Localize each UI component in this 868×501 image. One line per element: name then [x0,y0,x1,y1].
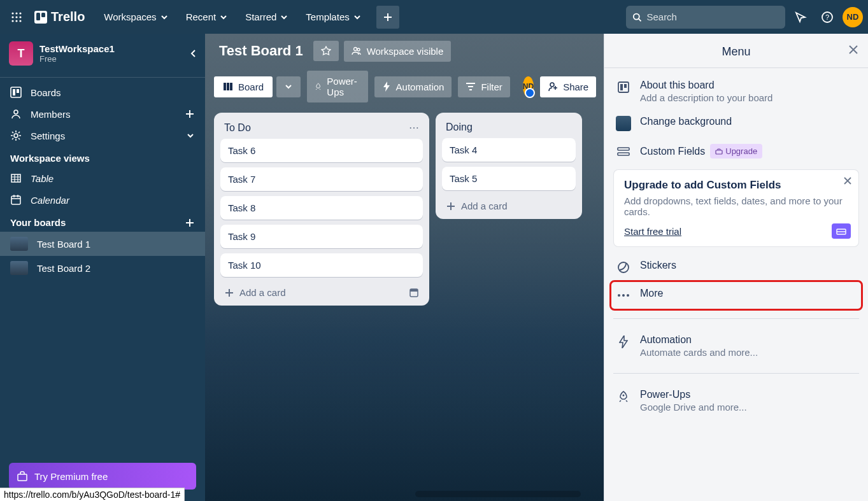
svg-text:?: ? [825,13,829,21]
rocket-icon [315,81,322,92]
card[interactable]: Task 5 [442,167,576,190]
lists-container: To Do ⋯ Task 6 Task 7 Task 8 Task 9 Task… [205,106,604,312]
list-title[interactable]: To Do [224,122,251,134]
menu-about-board[interactable]: About this board Add a description to yo… [611,73,862,109]
svg-rect-27 [230,83,232,90]
list-title[interactable]: Doing [446,122,473,133]
view-board-button[interactable]: Board [214,76,273,97]
settings-caret[interactable] [186,131,195,140]
start-trial-link[interactable]: Start free trial [624,226,681,237]
sidebar-board-1[interactable]: Test Board 1 [0,232,205,256]
try-premium-button[interactable]: Try Premium free [9,463,196,490]
promo-text: Add dropdowns, text fields, dates, and m… [624,195,848,217]
list-doing: Doing Task 4 Task 5 Add a card [436,113,582,219]
notifications-icon[interactable] [789,6,812,29]
workspace-plan: Free [39,54,115,64]
board-view-icon [223,82,233,91]
svg-point-3 [11,16,13,18]
nav-recent[interactable]: Recent [178,6,236,27]
svg-rect-32 [620,84,623,90]
card[interactable]: Task 10 [220,253,423,277]
menu-custom-fields[interactable]: Custom Fields Upgrade [611,138,862,166]
share-button[interactable]: Share [540,76,596,97]
svg-rect-33 [624,84,627,88]
calendar-icon [10,194,22,206]
members-icon [10,108,22,120]
svg-rect-15 [11,87,21,97]
visibility-button[interactable]: Workspace visible [344,41,452,62]
svg-point-5 [19,16,21,18]
card-template-button[interactable] [409,288,419,298]
sidebar-item-table[interactable]: Table [0,167,205,189]
svg-point-7 [15,20,17,22]
sidebar-board-2[interactable]: Test Board 2 [0,256,205,280]
rocket-icon [616,389,631,404]
menu-body: About this board Add a description to yo… [604,68,868,424]
list-menu-button[interactable]: ⋯ [409,122,419,134]
card[interactable]: Task 7 [220,167,423,191]
sidebar-item-boards[interactable]: Boards [0,81,205,103]
svg-point-39 [618,294,620,297]
svg-rect-31 [618,82,629,92]
filter-button[interactable]: Filter [458,76,509,97]
card[interactable]: Task 9 [220,225,423,248]
svg-point-42 [623,395,625,397]
automation-button[interactable]: Automation [374,76,452,97]
board-header-row2: Board Power-Ups Automation Filter N [214,71,595,102]
apps-icon[interactable] [5,6,28,29]
view-dropdown-button[interactable] [276,76,301,97]
sidebar-item-members[interactable]: Members [0,103,205,125]
add-user-icon [548,81,558,92]
add-member-button[interactable] [185,109,195,119]
bolt-icon [616,334,631,349]
account-avatar[interactable]: ND [843,7,863,27]
menu-automation[interactable]: Automation Automate cards and more... [611,328,862,364]
trello-logo[interactable]: Trello [29,10,90,24]
briefcase-icon [17,470,28,482]
nav-templates[interactable]: Templates [298,6,368,27]
gear-icon [10,130,22,141]
svg-point-6 [11,20,13,22]
star-board-button[interactable] [313,41,339,61]
sidebar-item-calendar[interactable]: Calendar [0,189,205,211]
horizontal-scrollbar[interactable] [415,491,581,497]
topbar-left: Trello Workspaces Recent Starred Templat… [5,6,399,29]
svg-rect-21 [11,196,20,204]
board-thumb-icon [10,237,28,251]
close-menu-button[interactable] [848,44,859,55]
table-icon [10,173,22,184]
svg-rect-16 [13,89,15,95]
add-board-button[interactable] [185,218,195,228]
search-input[interactable] [646,11,779,22]
menu-stickers[interactable]: Stickers [611,253,862,281]
menu-powerups[interactable]: Power-Ups Google Drive and more... [611,383,862,419]
main: T TestWorkspace1 Free Boards Members Set… [0,34,868,501]
sidebar-item-settings[interactable]: Settings [0,125,205,146]
upgrade-pill[interactable]: Upgrade [710,144,762,159]
svg-point-18 [14,110,18,114]
background-thumb-icon [616,116,631,131]
help-icon[interactable]: ? [816,6,839,29]
powerups-button[interactable]: Power-Ups [307,71,368,102]
collapse-sidebar-button[interactable] [189,48,199,59]
search-box[interactable] [626,6,785,29]
menu-more[interactable]: More [611,281,862,309]
board-title[interactable]: Test Board 1 [214,40,308,62]
add-card-button[interactable]: Add a card [442,195,576,213]
svg-rect-25 [224,83,226,90]
card[interactable]: Task 4 [442,138,576,162]
board-member-avatar[interactable]: ND [523,76,534,97]
nav-starred[interactable]: Starred [238,6,295,27]
list-todo: To Do ⋯ Task 6 Task 7 Task 8 Task 9 Task… [214,113,429,306]
card[interactable]: Task 6 [220,139,423,162]
sidebar: T TestWorkspace1 Free Boards Members Set… [0,34,205,501]
menu-change-background[interactable]: Change background [611,109,862,138]
your-boards-heading: Your boards [0,211,205,232]
promo-close-button[interactable] [843,176,852,185]
board-header: Test Board 1 Workspace visible Board Pow… [205,34,604,106]
create-button[interactable] [376,6,399,29]
nav-workspaces[interactable]: Workspaces [96,6,175,27]
card[interactable]: Task 8 [220,196,423,220]
add-card-button[interactable]: Add a card [220,282,423,299]
svg-rect-34 [618,148,629,150]
